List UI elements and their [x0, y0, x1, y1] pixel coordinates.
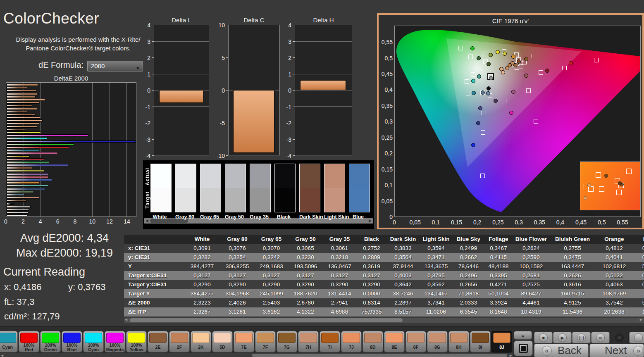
cie-target-square — [539, 70, 543, 75]
table-cell: 0,3282 — [184, 253, 220, 262]
patch-tile-7i[interactable]: 7I — [320, 331, 340, 352]
table-scrollbar[interactable]: ◀ ▶ — [124, 318, 644, 323]
patch-tile-100-yellow[interactable]: 100% Yellow — [126, 331, 147, 352]
scroll-left-icon[interactable]: ◀ — [125, 318, 127, 322]
loop-button-icon: ⟳ — [615, 333, 624, 342]
patch-tile-2k[interactable]: 2K — [191, 331, 211, 352]
patch-tile-5d[interactable]: 5D — [212, 331, 233, 352]
patch-tile-100-green[interactable]: 100% Green — [40, 331, 61, 352]
colorchecker-swatch — [349, 164, 370, 212]
table-cell: 0,4115 — [484, 253, 513, 262]
patch-tile-8h[interactable]: 8H — [448, 331, 469, 352]
scroll-right-icon[interactable]: ▶ — [640, 318, 642, 322]
row-label: Target Y — [124, 289, 184, 298]
scroll-right-icon[interactable]: ▶ — [368, 219, 372, 223]
deltae-bar — [7, 126, 37, 128]
stop-button[interactable]: ■ — [534, 332, 553, 343]
gridline — [154, 139, 209, 139]
display-toggle-button[interactable] — [514, 340, 533, 356]
patch-strip-scrollbar[interactable]: ◀ ▶ — [0, 353, 513, 357]
inset-measured-point — [604, 174, 608, 178]
y-tick-label: 0 — [279, 87, 291, 94]
next-button[interactable]: Next » — [589, 344, 644, 357]
patch-tile-100-red[interactable]: 100% Red — [19, 331, 39, 352]
patch-tile-7f[interactable]: 7F — [255, 331, 276, 352]
column-header: Gray 50 — [289, 235, 322, 244]
swatch-actual — [176, 164, 196, 188]
patch-tile-7h[interactable]: 7H — [298, 331, 319, 352]
column-header: Dark Skin — [386, 235, 420, 244]
cie-measured-point — [470, 46, 475, 50]
deltae-bar — [7, 140, 136, 143]
patch-tile-100-cyan[interactable]: 100% Cyan — [83, 331, 104, 352]
patch-scrollbar-thumb[interactable] — [252, 354, 507, 357]
patch-label: 8F — [413, 343, 418, 352]
patch-tile-100-magenta[interactable]: 100% Magenta — [105, 331, 125, 352]
table-cell: 0,3564 — [386, 253, 420, 262]
colorchecker-swatch — [175, 164, 196, 212]
table-scrollbar-thumb[interactable] — [130, 318, 403, 322]
patch-tile-8j[interactable]: 8J — [491, 331, 512, 352]
play-button[interactable]: ▶ — [553, 332, 572, 343]
single-measure-button[interactable]: [··] — [572, 332, 591, 343]
patch-tile-7e[interactable]: 7E — [234, 331, 254, 352]
scroll-left-icon[interactable]: ◀ — [1, 354, 3, 357]
patch-swatch — [278, 333, 296, 343]
gridline — [295, 58, 352, 58]
cie-x-tick-label: 0,4 — [553, 219, 567, 226]
back-label: Back — [558, 344, 582, 357]
chevrons-left-icon: « — [542, 346, 552, 356]
patch-swatch — [343, 333, 360, 343]
patch-tile-8g[interactable]: 8G — [427, 331, 448, 352]
small-chart-title: Delta H — [295, 17, 352, 24]
page-title: ColorChecker — [3, 10, 99, 27]
inset-target-square — [626, 169, 632, 174]
patch-tile-100-blue[interactable]: 100% Blue — [62, 331, 82, 352]
target-row-label: Target — [145, 191, 150, 209]
deltae-x-axis: 02468101214 — [6, 218, 136, 225]
scroll-right-icon[interactable]: ▶ — [510, 354, 512, 357]
cie-x-tick-label: 0,45 — [575, 219, 588, 226]
deltae-bar — [7, 206, 31, 208]
patch-tile-cyan[interactable]: Cyan — [0, 331, 18, 352]
patch-tile-2f[interactable]: 2F — [169, 331, 190, 352]
swatch-label: Light Skin — [322, 214, 343, 220]
y-tick-label: 5 — [212, 55, 225, 61]
back-button[interactable]: « Back — [534, 344, 589, 357]
table-cell: 0,3127 — [289, 271, 322, 280]
scroll-up-button[interactable]: ▲ — [514, 331, 532, 340]
loop-button[interactable]: ⟳ — [610, 332, 629, 343]
table-cell: 0,4063 — [595, 280, 633, 289]
cie-x-tick-label: 0,15 — [450, 219, 463, 226]
table-row: x: CIE310,30910,30760,30700,30650,30610,… — [124, 244, 644, 253]
table-cell: 0,3061 — [322, 244, 357, 253]
colorchecker-swatch — [299, 164, 320, 212]
patch-swatch — [20, 333, 38, 343]
patch-tile-7g[interactable]: 7G — [277, 331, 297, 352]
patch-swatch — [149, 333, 167, 343]
cie-y-tick-label: 0,4 — [379, 86, 393, 93]
deltae-bar — [7, 158, 44, 160]
table-cell: 3,7542 — [595, 298, 633, 307]
patch-label: 7H — [305, 343, 311, 352]
de-formula-select[interactable]: 2000 ▼ — [87, 61, 143, 71]
extra-button[interactable] — [629, 332, 644, 343]
column-header: Light Skin — [420, 235, 453, 244]
table-cell: 4,4461 — [513, 298, 550, 307]
cie-target-square — [526, 88, 531, 93]
deltae-bar — [7, 161, 49, 163]
y-tick-label: 1 — [138, 71, 150, 78]
table-cell: 0,2590 — [513, 253, 550, 262]
patch-tile-8e[interactable]: 8E — [384, 331, 405, 352]
continuous-button[interactable]: ∞ — [591, 332, 610, 343]
deltae-bar — [7, 179, 52, 181]
patch-tile-2e[interactable]: 2E — [148, 331, 168, 352]
table-cell: 89,6427 — [513, 289, 550, 298]
patch-tile-8i[interactable]: 8I — [470, 331, 491, 352]
patch-tile-7j[interactable]: 7J — [341, 331, 362, 352]
description-line2: Pantone ColorChecker® target colors. — [11, 44, 145, 52]
patch-tile-8f[interactable]: 8F — [405, 331, 426, 352]
table-cell: 0,2809 — [357, 253, 386, 262]
patch-tile-8d[interactable]: 8D — [363, 331, 383, 352]
gridline — [154, 123, 209, 123]
